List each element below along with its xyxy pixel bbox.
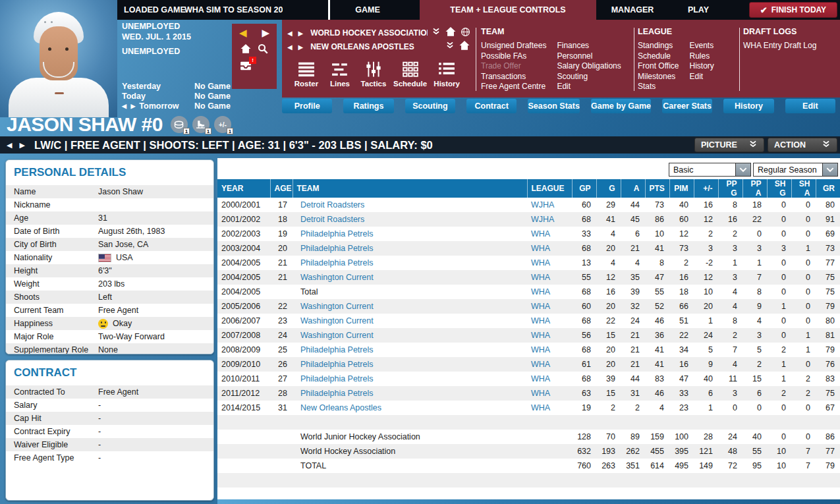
- team-link[interactable]: Washington Current: [293, 270, 527, 285]
- nav-button-history[interactable]: History: [433, 59, 461, 88]
- stats-detail-select[interactable]: Basic: [669, 163, 751, 177]
- puck-icon[interactable]: 1: [171, 116, 188, 133]
- menu-item[interactable]: Edit: [689, 72, 714, 82]
- nav-button-lines[interactable]: Lines: [326, 59, 354, 88]
- team-link[interactable]: Philadelphia Petrels: [293, 357, 527, 372]
- stats-col-header[interactable]: AGE: [270, 179, 293, 198]
- stats-col-header[interactable]: A: [621, 179, 645, 198]
- menu-item[interactable]: Milestones: [638, 72, 679, 82]
- stats-col-header[interactable]: TEAM: [293, 179, 527, 198]
- league-link[interactable]: WJHA: [527, 212, 572, 227]
- day-prev-next-icons[interactable]: ◀ ▶: [122, 101, 136, 111]
- menu-item[interactable]: Schedule: [638, 51, 679, 62]
- home-icon[interactable]: [459, 40, 470, 54]
- menu-item[interactable]: Front Office: [638, 61, 679, 72]
- team-link[interactable]: Washington Current: [293, 314, 527, 328]
- action-button[interactable]: ACTION: [768, 138, 837, 152]
- page-tab-history[interactable]: History: [723, 99, 773, 113]
- team-link[interactable]: New Orleans Apostles: [293, 401, 527, 415]
- tab-team-league-controls[interactable]: TEAM + LEAGUE CONTROLS: [420, 0, 596, 20]
- stats-col-header[interactable]: +/-: [694, 179, 718, 198]
- tab-game[interactable]: GAME: [335, 0, 401, 20]
- team-link[interactable]: Philadelphia Petrels: [293, 386, 527, 401]
- team-link[interactable]: Philadelphia Petrels: [293, 241, 527, 256]
- inbox-icon[interactable]: !: [239, 59, 252, 72]
- nav-button-schedule[interactable]: Schedule: [393, 59, 427, 88]
- page-tab-season-stats[interactable]: Season Stats: [528, 99, 580, 113]
- page-tab-profile[interactable]: Profile: [282, 99, 332, 113]
- team-link[interactable]: Philadelphia Petrels: [293, 256, 527, 270]
- menu-item[interactable]: Rules: [689, 51, 714, 62]
- forward-arrow-icon[interactable]: ▶: [262, 28, 269, 38]
- menu-item[interactable]: Unsigned Draftees: [481, 41, 546, 51]
- page-tab-edit[interactable]: Edit: [785, 99, 835, 113]
- home-icon[interactable]: [239, 42, 252, 55]
- plus-minus-icon[interactable]: +/-1: [214, 116, 231, 133]
- picture-button[interactable]: PICTURE: [694, 138, 764, 152]
- home-icon[interactable]: [445, 26, 457, 40]
- search-icon[interactable]: [256, 42, 269, 55]
- stats-col-header[interactable]: SH G: [767, 179, 791, 198]
- stats-col-header[interactable]: SH A: [791, 179, 816, 198]
- league-link[interactable]: WHA: [527, 401, 572, 415]
- league-link[interactable]: WHA: [527, 314, 572, 328]
- tab-play[interactable]: PLAY: [675, 0, 721, 20]
- team-link[interactable]: Detroit Roadsters: [293, 212, 527, 227]
- stats-col-header[interactable]: G: [596, 179, 621, 198]
- stats-col-header[interactable]: PTS: [645, 179, 669, 198]
- menu-item[interactable]: Scouting: [557, 72, 621, 82]
- stats-col-header[interactable]: PIM: [669, 179, 694, 198]
- menu-item[interactable]: Edit: [557, 82, 621, 92]
- league-link[interactable]: WHA: [527, 372, 572, 386]
- league-prev-next-icons[interactable]: ◀ ▶: [287, 30, 305, 37]
- stats-col-header[interactable]: LEAGUE: [527, 179, 572, 198]
- menu-item[interactable]: Stats: [638, 82, 679, 92]
- league-link[interactable]: WJHA: [527, 198, 572, 212]
- stats-col-header[interactable]: YEAR: [217, 179, 270, 198]
- league-link[interactable]: WHA: [527, 299, 572, 314]
- stats-col-header[interactable]: PP G: [718, 179, 742, 198]
- stats-col-header[interactable]: GR: [816, 179, 840, 198]
- menu-item[interactable]: Personnel: [557, 51, 621, 62]
- nav-button-roster[interactable]: Roster: [293, 59, 320, 88]
- menu-item[interactable]: Events: [689, 41, 714, 51]
- team-link[interactable]: Philadelphia Petrels: [293, 227, 527, 241]
- team-selector[interactable]: ◀ ▶ NEW ORLEANS APOSTLES: [287, 40, 470, 54]
- menu-item[interactable]: Free Agent Centre: [481, 82, 546, 92]
- league-link[interactable]: WHA: [527, 343, 572, 357]
- league-selector[interactable]: ◀ ▶ WORLD HOCKEY ASSOCIATION: [287, 26, 470, 40]
- season-type-select[interactable]: Regular Season: [753, 163, 838, 177]
- menu-item[interactable]: History: [689, 61, 714, 72]
- nav-button-tactics[interactable]: Tactics: [360, 59, 387, 88]
- league-link[interactable]: WHA: [527, 270, 572, 285]
- menu-item[interactable]: WHA Entry Draft Log: [743, 41, 816, 51]
- double-chevron-down-icon[interactable]: [445, 41, 455, 53]
- menu-item[interactable]: Salary Obligations: [557, 61, 621, 72]
- league-link[interactable]: WHA: [527, 241, 572, 256]
- league-link[interactable]: WHA: [527, 227, 572, 241]
- double-chevron-down-icon[interactable]: [432, 27, 441, 39]
- finish-today-button[interactable]: ✔ FINISH TODAY: [749, 2, 837, 18]
- menu-item[interactable]: Finances: [557, 41, 621, 51]
- team-link[interactable]: Philadelphia Petrels: [293, 343, 527, 357]
- page-tab-career-stats[interactable]: Career Stats: [662, 99, 712, 113]
- stats-col-header[interactable]: PP A: [742, 179, 767, 198]
- league-link[interactable]: WHA: [527, 357, 572, 372]
- stats-col-header[interactable]: GP: [572, 179, 596, 198]
- page-tab-ratings[interactable]: Ratings: [343, 99, 393, 113]
- league-link[interactable]: WHA: [527, 386, 572, 401]
- team-prev-next-icons[interactable]: ◀ ▶: [287, 43, 305, 51]
- team-link[interactable]: Philadelphia Petrels: [293, 372, 527, 386]
- league-link[interactable]: WHA: [527, 328, 572, 343]
- menu-item[interactable]: Possible FAs: [481, 51, 546, 62]
- team-link[interactable]: Detroit Roadsters: [293, 198, 527, 212]
- team-link[interactable]: Washington Current: [293, 328, 527, 343]
- menu-item[interactable]: Transactions: [481, 72, 546, 82]
- tab-manager[interactable]: MANAGER: [596, 0, 669, 20]
- back-arrow-icon[interactable]: ◀: [239, 28, 247, 38]
- league-link[interactable]: WHA: [527, 285, 572, 299]
- menu-item[interactable]: Standings: [638, 41, 679, 51]
- globe-icon[interactable]: [461, 27, 470, 40]
- page-tab-game-by-game[interactable]: Game by Game: [591, 99, 651, 113]
- page-tab-scouting[interactable]: Scouting: [405, 99, 455, 113]
